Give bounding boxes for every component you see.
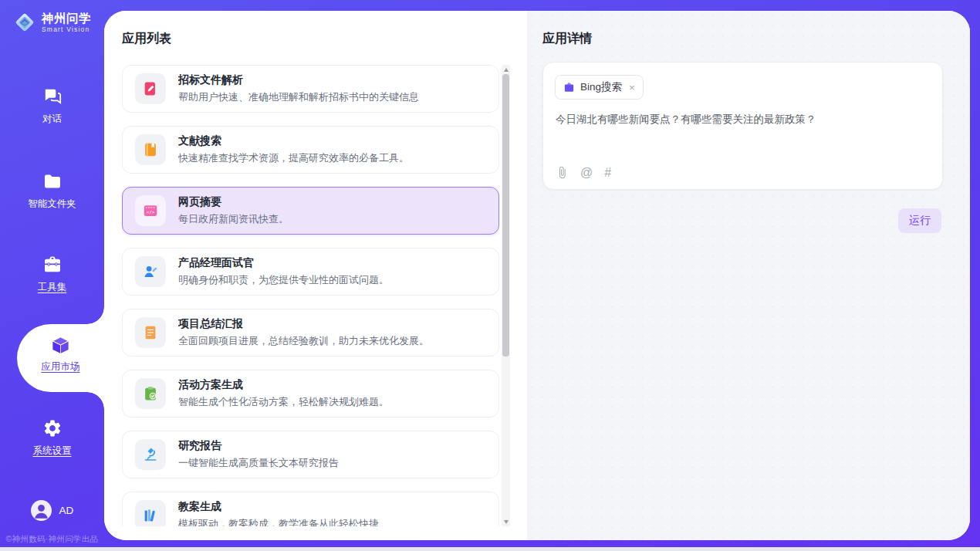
bid-doc-icon bbox=[135, 73, 166, 104]
app-card-desc: 全面回顾项目进展，总结经验教训，助力未来优化发展。 bbox=[178, 334, 429, 348]
sidebar-item-chat[interactable]: 对话 bbox=[0, 86, 104, 126]
app-card-desc: 快速精准查找学术资源，提高研究效率的必备工具。 bbox=[178, 151, 409, 165]
app-card-name: 活动方案生成 bbox=[178, 378, 389, 392]
app-card-lesson-plan[interactable]: 教案生成 模板驱动，教案秒成，教学准备从此轻松快捷 bbox=[122, 492, 499, 526]
app-card-research-report[interactable]: 研究报告 一键智能生成高质量长文本研究报告 bbox=[122, 431, 499, 478]
main-content: 应用列表 招标文件解析 帮助用户快速、准确地理解和解析招标书中的关键信息 bbox=[104, 11, 970, 540]
interviewer-icon bbox=[135, 256, 166, 287]
scrollbar-thumb[interactable] bbox=[502, 74, 509, 357]
sidebar-item-label: 智能文件夹 bbox=[28, 198, 76, 211]
user-account[interactable]: AD bbox=[0, 500, 104, 521]
app-card-name: 项目总结汇报 bbox=[178, 317, 429, 331]
cube-icon bbox=[50, 335, 71, 356]
app-card-name: 教案生成 bbox=[178, 500, 379, 514]
sidebar-item-app-market[interactable]: 应用市场 bbox=[17, 335, 104, 374]
brand-subtitle: Smart Vision bbox=[42, 26, 91, 33]
book-icon bbox=[135, 134, 166, 165]
summary-doc-icon bbox=[135, 317, 166, 348]
app-card-literature-search[interactable]: 文献搜索 快速精准查找学术资源，提高研究效率的必备工具。 bbox=[122, 126, 499, 174]
app-list: 招标文件解析 帮助用户快速、准确地理解和解析招标书中的关键信息 文献搜索 bbox=[122, 65, 499, 526]
app-card-name: 文献搜索 bbox=[178, 134, 409, 148]
sidebar: 神州问学 Smart Vision 对话 智能文件夹 bbox=[0, 0, 104, 551]
books-icon bbox=[135, 500, 166, 526]
tool-tag-label: Bing搜索 bbox=[580, 80, 622, 94]
toolbox-icon bbox=[42, 255, 63, 275]
app-card-desc: 明确身份和职责，为您提供专业性的面试问题。 bbox=[178, 273, 389, 287]
app-detail-title: 应用详情 bbox=[542, 31, 592, 47]
avatar bbox=[31, 500, 52, 521]
app-card-name: 研究报告 bbox=[178, 439, 339, 453]
app-card-project-summary[interactable]: 项目总结汇报 全面回顾项目进展，总结经验教训，助力未来优化发展。 bbox=[122, 309, 499, 357]
app-card-name: 招标文件解析 bbox=[178, 73, 419, 87]
app-card-bid-parsing[interactable]: 招标文件解析 帮助用户快速、准确地理解和解析招标书中的关键信息 bbox=[122, 65, 499, 113]
copyright-footer: ©神州数码·神州问学出品 bbox=[0, 534, 104, 545]
gear-icon bbox=[42, 418, 63, 438]
user-initials: AD bbox=[59, 505, 74, 516]
tool-tag-bing-search[interactable]: Bing搜索 × bbox=[555, 75, 644, 100]
diamond-logo-icon bbox=[13, 11, 36, 34]
app-card-desc: 每日政府新闻资讯快查。 bbox=[178, 212, 289, 226]
brand-logo: 神州问学 Smart Vision bbox=[0, 11, 104, 34]
svg-text:</>: </> bbox=[147, 209, 155, 215]
app-window: 神州问学 Smart Vision 对话 智能文件夹 bbox=[0, 0, 980, 551]
brand-name: 神州问学 bbox=[42, 12, 91, 25]
sidebar-item-label: 对话 bbox=[42, 113, 62, 126]
composer-toolbar: @ # bbox=[556, 166, 611, 179]
scroll-up-icon[interactable] bbox=[502, 66, 510, 73]
webpage-icon: </> bbox=[135, 195, 166, 226]
app-list-scrollbar[interactable] bbox=[502, 65, 510, 526]
query-text[interactable]: 今日湖北有哪些新闻要点？有哪些需要关注的最新政策？ bbox=[556, 112, 930, 127]
chat-icon bbox=[42, 86, 63, 106]
sidebar-item-settings[interactable]: 系统设置 bbox=[0, 418, 104, 458]
run-button[interactable]: 运行 bbox=[898, 208, 941, 233]
sidebar-item-toolset[interactable]: 工具集 bbox=[0, 255, 104, 294]
app-detail-panel: 应用详情 Bing搜索 × 今日湖北有哪些新闻要点？有哪些需要关注的最新政策？ bbox=[527, 11, 970, 540]
scroll-down-icon[interactable] bbox=[502, 518, 510, 526]
sidebar-item-label: 应用市场 bbox=[42, 360, 80, 374]
app-card-name: 产品经理面试官 bbox=[178, 256, 389, 270]
microscope-icon bbox=[135, 439, 166, 470]
folder-icon bbox=[42, 171, 63, 191]
app-card-event-plan[interactable]: 活动方案生成 智能生成个性化活动方案，轻松解决规划难题。 bbox=[122, 370, 499, 417]
app-card-name: 网页摘要 bbox=[178, 195, 289, 209]
app-list-panel: 应用列表 招标文件解析 帮助用户快速、准确地理解和解析招标书中的关键信息 bbox=[104, 11, 527, 540]
paperclip-icon[interactable] bbox=[556, 166, 569, 179]
app-card-desc: 智能生成个性化活动方案，轻松解决规划难题。 bbox=[178, 395, 389, 409]
prompt-card: Bing搜索 × 今日湖北有哪些新闻要点？有哪些需要关注的最新政策？ @ # bbox=[542, 62, 943, 190]
sidebar-item-label: 工具集 bbox=[38, 281, 67, 294]
sidebar-active-indicator: 应用市场 bbox=[17, 324, 104, 392]
app-card-pm-interviewer[interactable]: 产品经理面试官 明确身份和职责，为您提供专业性的面试问题。 bbox=[122, 248, 499, 296]
app-card-desc: 帮助用户快速、准确地理解和解析招标书中的关键信息 bbox=[178, 90, 419, 104]
app-card-desc: 模板驱动，教案秒成，教学准备从此轻松快捷 bbox=[178, 517, 379, 526]
app-card-web-summary[interactable]: </> 网页摘要 每日政府新闻资讯快查。 bbox=[122, 187, 499, 235]
close-icon[interactable]: × bbox=[629, 82, 635, 93]
app-card-desc: 一键智能生成高质量长文本研究报告 bbox=[178, 456, 339, 470]
mention-icon[interactable]: @ bbox=[580, 167, 593, 179]
app-list-title: 应用列表 bbox=[122, 31, 171, 47]
sidebar-item-label: 系统设置 bbox=[33, 445, 72, 458]
sidebar-item-smart-folder[interactable]: 智能文件夹 bbox=[0, 171, 104, 211]
clipboard-check-icon bbox=[135, 378, 166, 409]
briefcase-icon bbox=[563, 82, 575, 93]
bottom-edge-strip bbox=[0, 547, 980, 551]
hashtag-icon[interactable]: # bbox=[604, 167, 611, 179]
